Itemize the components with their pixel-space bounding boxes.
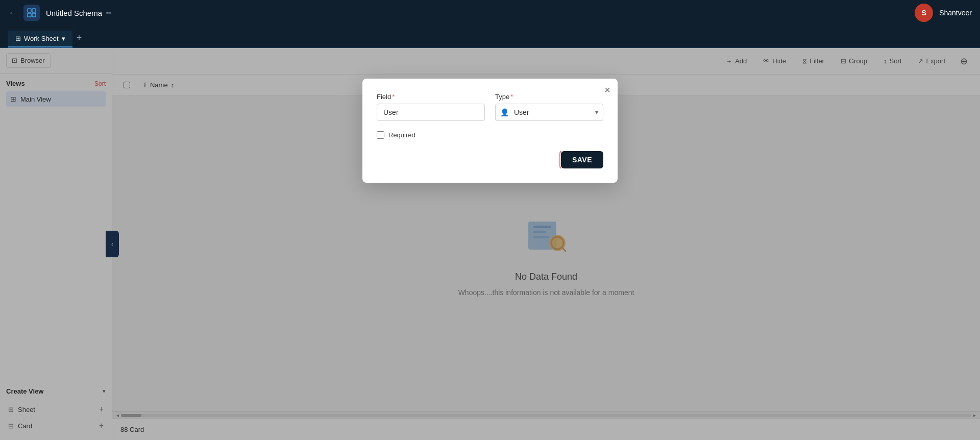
- user-type-icon: 👤: [500, 108, 509, 116]
- add-field-modal: × Field * Type * 👤: [362, 79, 618, 183]
- tab-dropdown-icon[interactable]: ▾: [62, 35, 65, 42]
- username: Shantveer: [939, 9, 972, 17]
- svg-rect-0: [28, 9, 31, 12]
- svg-rect-2: [28, 13, 31, 17]
- type-label: Type *: [495, 93, 603, 101]
- modal-close-button[interactable]: ×: [604, 85, 610, 95]
- required-label: Required: [388, 131, 415, 139]
- type-required-star: *: [510, 93, 513, 101]
- field-type-field: Type * 👤 User ▾: [495, 93, 603, 121]
- save-button[interactable]: SAVE: [561, 151, 603, 168]
- page-title: Untitled Schema ✏: [46, 9, 112, 17]
- field-label: Field *: [377, 93, 485, 101]
- type-select-wrapper: 👤 User ▾: [495, 104, 603, 121]
- type-select[interactable]: User: [495, 104, 603, 121]
- field-name-field: Field *: [377, 93, 485, 121]
- grid-icon: ⊞: [15, 35, 21, 42]
- tab-worksheet[interactable]: ⊞ Work Sheet ▾: [8, 31, 72, 47]
- back-button[interactable]: ←: [8, 8, 17, 18]
- required-checkbox[interactable]: [377, 131, 384, 139]
- modal-field-row: Field * Type * 👤 User ▾: [377, 93, 603, 121]
- main-area: ⊡ Browser Views Sort ⊞ Main View Create …: [0, 48, 980, 440]
- edit-title-icon[interactable]: ✏: [106, 9, 112, 17]
- top-nav: ← Untitled Schema ✏ S Shantveer: [0, 0, 980, 26]
- modal-overlay: × Field * Type * 👤: [0, 48, 980, 440]
- field-required-star: *: [392, 93, 395, 101]
- tab-bar: ⊞ Work Sheet ▾ +: [0, 26, 980, 48]
- avatar[interactable]: S: [915, 4, 933, 22]
- modal-footer: SAVE: [377, 151, 603, 168]
- required-row: Required: [377, 131, 603, 139]
- add-tab-button[interactable]: +: [72, 33, 86, 47]
- app-logo: [23, 5, 40, 21]
- svg-rect-3: [32, 13, 36, 17]
- field-name-input[interactable]: [377, 104, 485, 121]
- svg-rect-1: [32, 9, 36, 12]
